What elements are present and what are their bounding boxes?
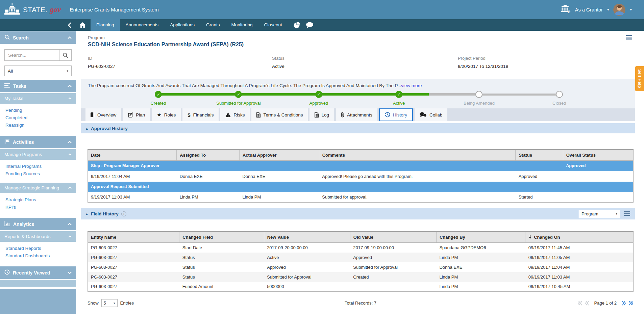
flag-icon bbox=[4, 139, 10, 145]
col-header-assigned-to[interactable]: Assigned To bbox=[177, 150, 240, 161]
col-header-actual-approver[interactable]: Actual Approver bbox=[239, 150, 319, 161]
table-row[interactable]: PG-603-0027Start Date 2017-09-20 00:00:0… bbox=[88, 243, 634, 253]
user-avatar[interactable] bbox=[613, 4, 625, 16]
sidebar-link-completed[interactable]: Completed bbox=[5, 114, 72, 122]
tab-terms-conditions[interactable]: Terms & Conditions bbox=[251, 108, 308, 121]
info-icon[interactable]: i bbox=[121, 211, 126, 216]
table-row[interactable]: 9/19/2017 11:04 AM Donna EXE Donna EXE A… bbox=[88, 171, 634, 182]
role-caret-icon[interactable]: ▾ bbox=[607, 7, 609, 12]
first-page-icon[interactable] bbox=[577, 301, 583, 306]
document-icon bbox=[256, 112, 261, 117]
self-help-tab[interactable]: Self Help bbox=[635, 66, 644, 91]
sidebar-link-funding-sources[interactable]: Funding Sources bbox=[5, 170, 72, 178]
col-header-old-value[interactable]: Old Value bbox=[350, 232, 436, 243]
pie-chart-icon[interactable] bbox=[293, 22, 300, 29]
user-menu-caret-icon[interactable]: ▾ bbox=[630, 7, 632, 12]
top-header: STATE.gov Enterprise Grants Management S… bbox=[0, 0, 644, 19]
search-input[interactable] bbox=[4, 49, 59, 61]
chevron-up-icon[interactable] bbox=[68, 153, 72, 156]
col-header-entity-name[interactable]: Entity Name bbox=[88, 232, 179, 243]
col-header-status[interactable]: Status bbox=[516, 150, 563, 161]
chevron-up-icon[interactable] bbox=[68, 85, 72, 87]
chat-icon[interactable] bbox=[306, 22, 314, 28]
field-history-menu-icon[interactable] bbox=[624, 211, 630, 216]
chevron-up-icon[interactable] bbox=[68, 223, 72, 226]
sidebar-section-search[interactable]: Search bbox=[0, 31, 76, 44]
previous-page-icon[interactable] bbox=[585, 301, 589, 306]
sort-descending-icon[interactable] bbox=[528, 235, 532, 240]
table-row[interactable]: PG-603-0027Status Submitted for Approval… bbox=[88, 272, 634, 282]
search-submit-button[interactable] bbox=[59, 49, 72, 61]
tasks-section-label: Tasks bbox=[13, 83, 26, 89]
chevron-down-icon[interactable] bbox=[68, 271, 72, 274]
tab-log[interactable]: Log bbox=[309, 108, 334, 121]
collapse-arrow-icon[interactable]: ▲ bbox=[85, 127, 89, 130]
table-row[interactable]: PG-603-0027Funded Amount 5000000 Linda P… bbox=[88, 282, 634, 292]
page-size-select[interactable]: 5 ▾ bbox=[101, 299, 118, 307]
tab-overview[interactable]: Overview bbox=[85, 108, 121, 121]
nav-item-announcements[interactable]: Announcements bbox=[120, 19, 165, 31]
tab-financials[interactable]: $Financials bbox=[182, 108, 219, 121]
search-filter-select[interactable]: All ▾ bbox=[4, 66, 72, 76]
sidebar-sub-manage-programs[interactable]: Manage Programs bbox=[0, 149, 76, 160]
chevron-up-icon[interactable] bbox=[68, 97, 72, 100]
main-content: Program SCD-NIH Science Education Partne… bbox=[76, 31, 644, 314]
sidebar-link-kpis[interactable]: KPI's bbox=[5, 204, 72, 211]
sidebar-sub-my-tasks[interactable]: My Tasks bbox=[0, 93, 76, 104]
role-selector-label[interactable]: As a Grantor bbox=[575, 7, 603, 12]
tab-attachments[interactable]: Attachments bbox=[336, 108, 377, 121]
chevron-up-icon[interactable] bbox=[68, 235, 72, 238]
home-icon[interactable] bbox=[79, 22, 86, 28]
program-label: Program bbox=[88, 35, 630, 40]
table-row[interactable]: PG-603-0027Status ApprovedSubmitted for … bbox=[88, 262, 634, 272]
grantor-bank-icon[interactable]: $ bbox=[561, 5, 571, 15]
tab-roles[interactable]: ★Roles bbox=[152, 108, 181, 121]
sidebar-section-recently-viewed[interactable]: Recently Viewed bbox=[0, 266, 76, 279]
sidebar-link-strategic-plans[interactable]: Strategic Plans bbox=[5, 196, 72, 204]
tab-plan[interactable]: Plan bbox=[123, 108, 150, 121]
chevron-up-icon[interactable] bbox=[68, 187, 72, 189]
nav-item-applications[interactable]: Applications bbox=[164, 19, 200, 31]
last-page-icon[interactable] bbox=[628, 301, 634, 306]
sidebar-link-internal-programs[interactable]: Internal Programs bbox=[5, 163, 72, 170]
tab-collab[interactable]: Collab bbox=[415, 108, 447, 121]
chevron-up-icon[interactable] bbox=[68, 36, 72, 39]
col-header-date[interactable]: Date bbox=[88, 150, 177, 161]
view-more-link[interactable]: view more bbox=[401, 83, 422, 88]
field-history-title[interactable]: Field History bbox=[91, 211, 119, 216]
step-check-icon: ✓ bbox=[235, 91, 242, 98]
next-page-icon[interactable] bbox=[622, 301, 626, 306]
approval-group-row: Step : Program Manager Approver Approved bbox=[88, 161, 634, 171]
sidebar-section-tasks[interactable]: Tasks bbox=[0, 80, 76, 92]
col-header-new-value[interactable]: New Value bbox=[264, 232, 350, 243]
sidebar-link-reassign[interactable]: Reassign bbox=[5, 122, 72, 129]
nav-back-icon[interactable] bbox=[68, 22, 71, 28]
nav-item-planning[interactable]: Planning bbox=[91, 19, 120, 31]
chevron-up-icon[interactable] bbox=[68, 141, 72, 143]
field-history-entity-select[interactable]: Program ▾ bbox=[579, 210, 620, 218]
sidebar-section-analytics[interactable]: Analytics bbox=[0, 218, 76, 230]
sidebar-sub-reports-dashboards[interactable]: Reports & Dashboards bbox=[0, 231, 76, 242]
sidebar-sub-manage-strategic-planning[interactable]: Manage Strategic Planning bbox=[0, 183, 76, 193]
collapse-arrow-icon[interactable]: ▲ bbox=[85, 212, 89, 216]
table-row[interactable]: 9/19/2017 11:03 AM Linda PM Linda PM Sub… bbox=[88, 192, 634, 203]
table-row[interactable]: PG-603-0027Status ActiveApproved Linda P… bbox=[88, 253, 634, 262]
tab-history[interactable]: History bbox=[379, 108, 413, 121]
history-icon bbox=[385, 112, 390, 117]
nav-item-grants[interactable]: Grants bbox=[200, 19, 226, 31]
sidebar-section-activities[interactable]: Activities bbox=[0, 136, 76, 148]
col-header-overall-status[interactable]: Overall Status bbox=[563, 150, 633, 161]
col-header-changed-on[interactable]: Changed On bbox=[525, 232, 634, 243]
approval-history-title[interactable]: Approval History bbox=[91, 126, 128, 131]
col-header-comments[interactable]: Comments bbox=[319, 150, 515, 161]
sidebar-link-pending[interactable]: Pending bbox=[5, 107, 72, 114]
sidebar-link-standard-dashboards[interactable]: Standard Dashboards bbox=[5, 252, 72, 260]
state-gov-logo[interactable]: STATE.gov bbox=[0, 3, 61, 17]
col-header-changed-by[interactable]: Changed By bbox=[436, 232, 525, 243]
col-header-changed-field[interactable]: Changed Field bbox=[179, 232, 264, 243]
sidebar-link-standard-reports[interactable]: Standard Reports bbox=[5, 245, 72, 252]
nav-item-monitoring[interactable]: Monitoring bbox=[225, 19, 258, 31]
tab-risks[interactable]: Risks bbox=[220, 108, 250, 121]
program-menu-icon[interactable] bbox=[626, 35, 632, 40]
nav-item-closeout[interactable]: Closeout bbox=[258, 19, 288, 31]
